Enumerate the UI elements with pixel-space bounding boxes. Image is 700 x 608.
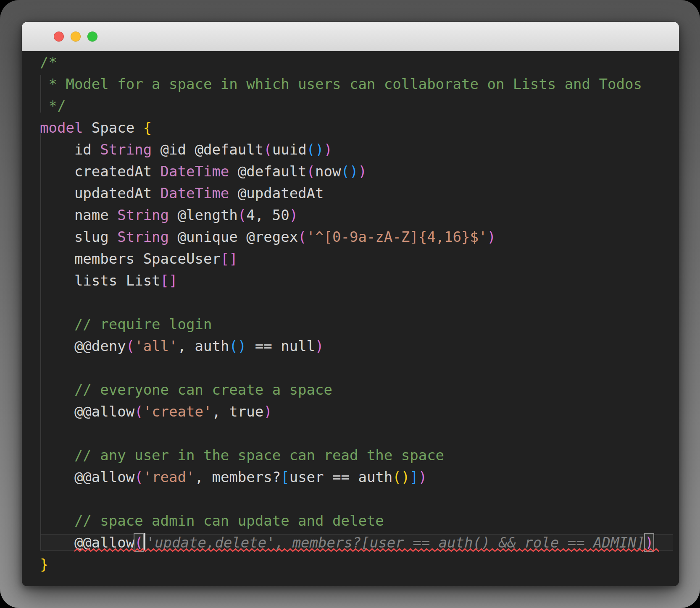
- code-line: }: [40, 553, 679, 575]
- code-token: , auth: [178, 338, 229, 354]
- code-token: * Model for a space in which users can c…: [40, 76, 642, 92]
- code-token: model: [40, 119, 83, 136]
- code-line: * Model for a space in which users can c…: [40, 73, 679, 95]
- code-token: @id @default: [152, 141, 263, 158]
- code-line: id String @id @default(uuid()): [40, 139, 679, 160]
- code-token: 'all': [134, 338, 177, 354]
- code-line: */: [40, 95, 679, 117]
- editor-content: /* * Model for a space in which users ca…: [40, 51, 679, 575]
- code-token: {: [143, 119, 152, 136]
- code-token: @@allow: [40, 403, 134, 420]
- code-token: [: [281, 469, 289, 485]
- code-token: @@allow: [40, 469, 134, 485]
- code-token: // space admin can update and delete: [40, 512, 384, 529]
- code-token: */: [40, 97, 66, 114]
- code-token: updatedAt: [40, 185, 161, 202]
- code-token: 4, 50: [246, 207, 289, 223]
- code-line: members SpaceUser[]: [40, 248, 679, 270]
- code-token: (): [341, 163, 358, 180]
- code-token: (: [238, 207, 246, 223]
- code-token: (): [229, 338, 246, 354]
- code-line: // space admin can update and delete: [40, 510, 679, 532]
- code-token: 'create': [143, 403, 212, 420]
- text-cursor: [144, 533, 145, 551]
- code-line: // require login: [40, 313, 679, 335]
- code-token: ): [263, 403, 272, 420]
- code-line: @@allow('create', true): [40, 401, 679, 422]
- code-token: ): [324, 141, 332, 158]
- code-line: name String @length(4, 50): [40, 204, 679, 226]
- desktop-background: /* * Model for a space in which users ca…: [0, 0, 700, 608]
- code-token: ]: [410, 469, 418, 485]
- code-line: [40, 488, 679, 510]
- code-line: [40, 357, 679, 379]
- code-token: @default: [229, 163, 306, 180]
- traffic-lights: [54, 31, 97, 42]
- code-line: // any user in the space can read the sp…: [40, 444, 679, 466]
- code-token: }: [40, 556, 48, 573]
- code-token: @updatedAt: [229, 185, 324, 202]
- code-token: DateTime: [161, 185, 229, 202]
- code-token: Space: [83, 119, 143, 136]
- code-token: ): [358, 163, 366, 180]
- code-token: now: [315, 163, 341, 180]
- code-line: [40, 291, 679, 313]
- code-token: (): [392, 469, 410, 485]
- code-token: @@allow: [40, 534, 134, 551]
- code-line: @@allow('update,delete', members?[user =…: [40, 532, 679, 553]
- code-token: // any user in the space can read the sp…: [40, 447, 444, 464]
- code-token: user == auth: [289, 469, 393, 485]
- code-token: []: [221, 250, 238, 267]
- code-line: model Space {: [40, 117, 679, 139]
- code-token: , members?: [195, 469, 281, 485]
- code-token: @length: [169, 207, 238, 223]
- code-line: [40, 422, 679, 444]
- code-token: String: [117, 228, 169, 245]
- code-token: , true: [212, 403, 263, 420]
- code-token: name: [40, 207, 117, 223]
- code-token: 'read': [143, 469, 195, 485]
- code-token: // everyone can create a space: [40, 381, 332, 398]
- code-token: '^[0-9a-zA-Z]{4,16}$': [307, 228, 487, 245]
- code-editor-window: /* * Model for a space in which users ca…: [22, 22, 679, 586]
- code-token: (: [126, 338, 134, 354]
- code-line: /*: [40, 51, 679, 73]
- code-token: ): [315, 338, 324, 354]
- code-token: (: [134, 534, 143, 551]
- code-token: @unique @regex: [169, 228, 298, 245]
- code-token: members SpaceUser: [40, 250, 221, 267]
- code-token: ): [418, 469, 427, 485]
- code-token: // require login: [40, 316, 212, 333]
- code-line: // everyone can create a space: [40, 379, 679, 401]
- code-token: slug: [40, 228, 117, 245]
- inline-suggestion-ghost-text: 'update,delete', members?[user == auth()…: [146, 534, 645, 551]
- code-token: ): [289, 207, 298, 223]
- maximize-button[interactable]: [87, 31, 97, 42]
- close-button[interactable]: [54, 31, 64, 42]
- code-token: == null: [246, 338, 315, 354]
- code-line: slug String @unique @regex('^[0-9a-zA-Z]…: [40, 226, 679, 248]
- code-token: String: [117, 207, 169, 223]
- code-token: []: [161, 272, 178, 289]
- code-token: uuid: [272, 141, 307, 158]
- code-line: @@allow('read', members?[user == auth()]…: [40, 466, 679, 488]
- window-titlebar[interactable]: [22, 22, 679, 51]
- code-token: (: [134, 403, 143, 420]
- code-token: @@deny: [40, 338, 126, 354]
- code-line: createdAt DateTime @default(now()): [40, 160, 679, 182]
- code-token: String: [100, 141, 152, 158]
- code-token: ): [487, 228, 495, 245]
- code-line: @@deny('all', auth() == null): [40, 335, 679, 357]
- code-token: (): [307, 141, 324, 158]
- code-token: ): [645, 534, 653, 551]
- code-token: id: [40, 141, 100, 158]
- code-token: DateTime: [161, 163, 229, 180]
- code-token: /*: [40, 54, 57, 71]
- code-token: createdAt: [40, 163, 161, 180]
- code-editor[interactable]: /* * Model for a space in which users ca…: [22, 51, 679, 586]
- minimize-button[interactable]: [71, 31, 81, 42]
- code-token: (: [307, 163, 315, 180]
- code-token: lists List: [40, 272, 161, 289]
- code-token: (: [298, 228, 306, 245]
- code-line: lists List[]: [40, 270, 679, 291]
